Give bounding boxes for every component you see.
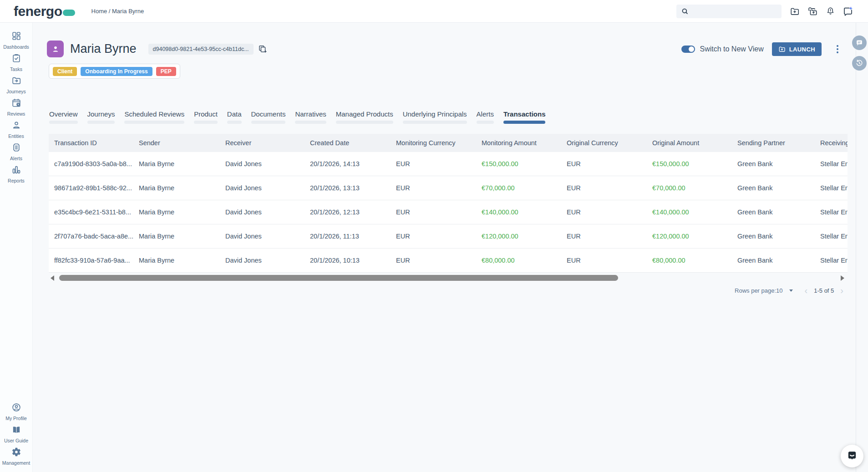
previous-page-chevron-icon[interactable]: ‹ — [804, 286, 809, 295]
breadcrumb[interactable]: Home / Maria Byrne — [91, 8, 144, 15]
switch-view-toggle[interactable] — [681, 46, 695, 53]
next-page-chevron-icon[interactable]: › — [839, 286, 844, 295]
scrollbar-thumb[interactable] — [59, 275, 618, 281]
column-header[interactable]: Monitoring Amount — [476, 139, 561, 147]
status-badges: ClientOnboarding In ProgressPEP — [49, 64, 180, 79]
logo-pill-icon — [63, 10, 75, 16]
journeys-icon — [11, 76, 21, 87]
tab-transactions[interactable]: Transactions — [503, 110, 546, 124]
table-cell: 2f707a76-badc-5aca-a8e... — [49, 233, 133, 240]
table-cell: €70,000.00 — [476, 184, 561, 192]
sidebar-item-tasks[interactable]: Tasks — [0, 51, 32, 74]
tab-managed-products[interactable]: Managed Products — [336, 110, 393, 124]
search-icon — [681, 7, 689, 15]
sidebar-item-dashboards[interactable]: Dashboards — [0, 29, 32, 51]
column-header[interactable]: Created Date — [305, 139, 391, 147]
table-cell: 20/1/2026, 11:13 — [305, 233, 391, 240]
table-cell: Maria Byrne — [133, 184, 220, 192]
toggle-knob — [689, 46, 694, 52]
table-cell: EUR — [561, 257, 647, 264]
table-cell: EUR — [561, 160, 647, 167]
rows-per-page-value: 10 — [776, 287, 782, 294]
table-cell: David Jones — [220, 233, 305, 240]
entities-icon — [11, 120, 21, 132]
table-cell: 20/1/2026, 10:13 — [305, 257, 391, 264]
table-cell: 20/1/2026, 14:13 — [305, 160, 391, 167]
column-header[interactable]: Monitoring Currency — [391, 139, 476, 147]
table-cell: 98671a92-89b1-588c-92... — [49, 184, 133, 192]
sidebar-item-reviews[interactable]: Reviews — [0, 96, 32, 118]
sidebar-item-alerts[interactable]: Alerts — [0, 141, 32, 163]
sidebar-item-journeys[interactable]: Journeys — [0, 74, 32, 96]
reports-icon — [11, 165, 21, 177]
scroll-right-arrow-icon[interactable] — [841, 275, 844, 281]
rows-per-page-select[interactable]: Rows per page:10 — [735, 287, 793, 294]
notifications-bell-icon[interactable] — [825, 6, 836, 17]
launch-button[interactable]: LAUNCH — [772, 42, 822, 56]
search-input[interactable] — [693, 8, 775, 15]
tab-scheduled-reviews[interactable]: Scheduled Reviews — [124, 110, 184, 124]
history-icon — [855, 59, 864, 68]
table-row[interactable]: c7a9190d-8303-5a0a-b8...Maria ByrneDavid… — [49, 152, 848, 176]
table-row[interactable]: 98671a92-89b1-588c-92...Maria ByrneDavid… — [49, 176, 848, 200]
table-cell: Green Bank — [732, 257, 815, 264]
tab-alerts[interactable]: Alerts — [477, 110, 494, 124]
copy-icon[interactable] — [258, 44, 268, 54]
entity-id-chip: d94098d0-9821-4e53-95cc-c4b11dc... — [148, 44, 254, 55]
sidebar: Dashboards Tasks Journeys Reviews Entiti… — [0, 23, 33, 472]
column-header[interactable]: Transaction ID — [49, 139, 133, 147]
status-badge: Onboarding In Progress — [81, 67, 152, 76]
horizontal-scrollbar — [49, 274, 848, 282]
switch-view-label: Switch to New View — [700, 45, 764, 53]
column-header[interactable]: Original Amount — [647, 139, 732, 147]
status-badge: Client — [53, 67, 77, 76]
status-badge: PEP — [156, 67, 176, 76]
launch-label: LAUNCH — [789, 46, 815, 53]
tab-data[interactable]: Data — [227, 110, 242, 124]
sidebar-item-my-profile[interactable]: My Profile — [0, 401, 32, 423]
table-cell: David Jones — [220, 184, 305, 192]
table-cell: €120,000.00 — [476, 233, 561, 240]
sidebar-item-user-guide[interactable]: User Guide — [0, 423, 32, 445]
table-cell: EUR — [391, 233, 476, 240]
table-cell: EUR — [391, 160, 476, 167]
tab-overview[interactable]: Overview — [49, 110, 78, 124]
table-header-row: Transaction IDSenderReceiverCreated Date… — [49, 134, 848, 152]
messenger-icon — [846, 450, 858, 462]
transactions-table: Transaction IDSenderReceiverCreated Date… — [49, 134, 848, 273]
messenger-button[interactable] — [841, 445, 863, 467]
table-cell: Stellar En — [815, 257, 848, 264]
ai-chat-icon[interactable] — [843, 6, 853, 17]
table-cell: €140,000.00 — [476, 208, 561, 216]
column-header[interactable]: Original Currency — [561, 139, 647, 147]
scroll-left-arrow-icon[interactable] — [51, 275, 54, 281]
global-search[interactable] — [676, 5, 782, 18]
app-logo[interactable]: fenergo — [14, 4, 75, 19]
comments-float-button[interactable] — [852, 36, 867, 50]
more-options-kebab-icon[interactable] — [834, 44, 841, 54]
table-row[interactable]: ff82fc33-910a-57a6-9aa...Maria ByrneDavi… — [49, 249, 848, 273]
table-cell: €80,000.00 — [647, 257, 732, 264]
tab-journeys[interactable]: Journeys — [87, 110, 115, 124]
tab-underlying-principals[interactable]: Underlying Principals — [403, 110, 467, 124]
tab-documents[interactable]: Documents — [251, 110, 286, 124]
main-content: Maria Byrne d94098d0-9821-4e53-95cc-c4b1… — [33, 23, 868, 472]
sidebar-item-reports[interactable]: Reports — [0, 163, 32, 185]
tab-narratives[interactable]: Narratives — [295, 110, 326, 124]
folders-plus-icon[interactable] — [807, 6, 818, 17]
tab-product[interactable]: Product — [194, 110, 218, 124]
column-header[interactable]: Receiver — [220, 139, 305, 147]
column-header[interactable]: Sending Partner — [732, 139, 815, 147]
table-row[interactable]: 2f707a76-badc-5aca-a8e...Maria ByrneDavi… — [49, 224, 848, 249]
table-cell: Green Bank — [732, 208, 815, 216]
sidebar-item-management[interactable]: Management — [0, 445, 32, 467]
table-cell: €150,000.00 — [647, 160, 732, 167]
folder-plus-icon[interactable] — [789, 6, 800, 17]
tasks-icon — [11, 53, 21, 65]
table-cell: €150,000.00 — [476, 160, 561, 167]
column-header[interactable]: Receiving — [815, 139, 848, 147]
column-header[interactable]: Sender — [133, 139, 220, 147]
sidebar-item-entities[interactable]: Entities — [0, 118, 32, 141]
table-row[interactable]: e35c4bc9-6e21-5311-b8...Maria ByrneDavid… — [49, 200, 848, 224]
history-float-button[interactable] — [852, 56, 867, 71]
